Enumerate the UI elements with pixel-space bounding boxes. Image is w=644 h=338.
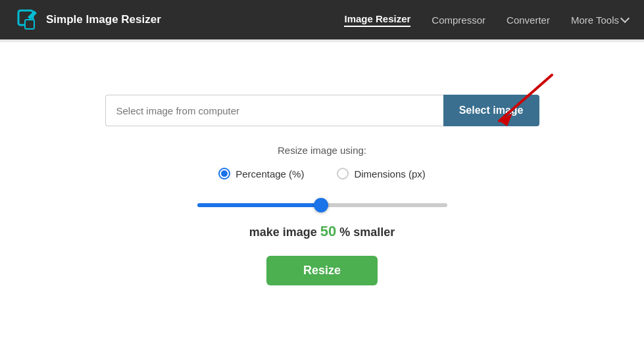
logo-icon xyxy=(16,8,39,32)
logo-area: Simple Image Resizer xyxy=(16,8,344,32)
make-image-value: 50 xyxy=(320,223,336,239)
navbar: Simple Image Resizer Image Resizer Compr… xyxy=(0,0,644,39)
radio-group: Percentage (%) Dimensions (px) xyxy=(218,168,426,180)
nav-more-tools[interactable]: More Tools xyxy=(571,14,628,26)
radio-dimensions[interactable]: Dimensions (px) xyxy=(337,168,425,180)
radio-percentage[interactable]: Percentage (%) xyxy=(218,168,304,180)
slider-container xyxy=(197,198,447,210)
percentage-slider[interactable] xyxy=(197,203,447,207)
resize-label: Resize image using: xyxy=(278,145,366,156)
nav-links: Image Resizer Compressor Converter More … xyxy=(344,13,628,27)
svg-rect-2 xyxy=(25,20,34,29)
make-image-suffix: % smaller xyxy=(339,226,395,239)
nav-image-resizer[interactable]: Image Resizer xyxy=(344,13,410,27)
make-image-text: make image 50 % smaller xyxy=(249,223,395,240)
radio-percentage-circle xyxy=(218,168,230,180)
file-path-input[interactable] xyxy=(105,95,443,126)
brand-name: Simple Image Resizer xyxy=(46,13,161,26)
chevron-down-icon xyxy=(620,14,630,23)
main-content: Select image Resize image using: Percent… xyxy=(0,42,644,338)
radio-dimensions-circle xyxy=(337,168,349,180)
make-image-prefix: make image xyxy=(249,226,317,239)
file-input-row: Select image xyxy=(105,95,539,126)
radio-dimensions-label: Dimensions (px) xyxy=(354,168,425,180)
nav-converter[interactable]: Converter xyxy=(507,14,550,26)
resize-button[interactable]: Resize xyxy=(266,256,378,285)
select-image-button[interactable]: Select image xyxy=(443,95,539,126)
nav-compressor[interactable]: Compressor xyxy=(432,14,485,26)
radio-percentage-label: Percentage (%) xyxy=(235,168,304,180)
